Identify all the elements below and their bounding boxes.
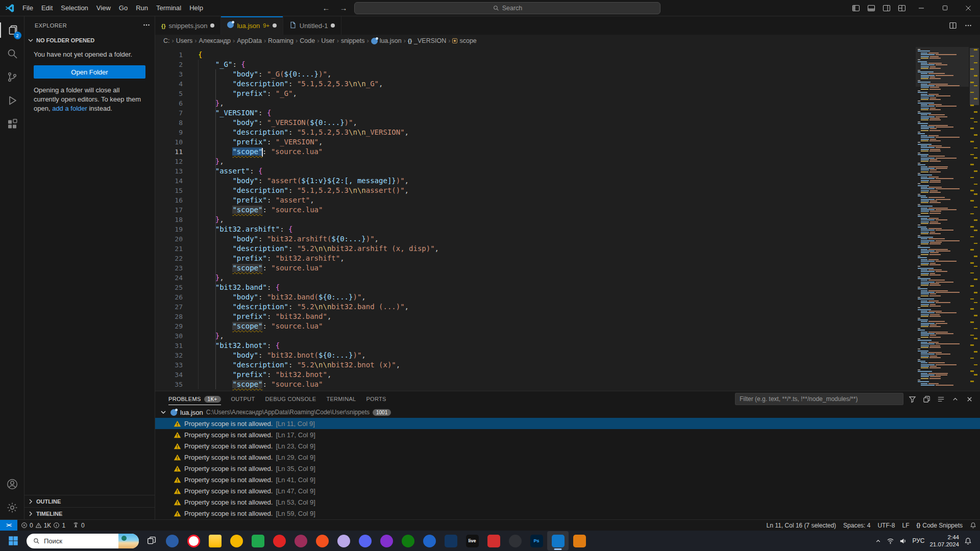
code-line[interactable]: "body": "_G(${0:...})",: [198, 69, 916, 79]
code-line[interactable]: "body": "bit32.band(${0:...})",: [198, 292, 916, 302]
problem-row[interactable]: Property scope is not allowed.[Ln 17, Co…: [155, 429, 980, 440]
line-number[interactable]: 14: [155, 176, 190, 186]
breadcrumb-item[interactable]: AppData: [237, 37, 262, 44]
app-blue[interactable]: [419, 531, 440, 550]
activity-explorer[interactable]: 2: [0, 18, 24, 42]
app-xbox[interactable]: [397, 531, 419, 550]
volume-icon[interactable]: [899, 537, 907, 545]
breadcrumb-item[interactable]: {}_VERSION: [408, 37, 446, 44]
language-mode[interactable]: {} Code Snippets: [913, 520, 966, 531]
code-line[interactable]: "bit32.bnot": {: [198, 341, 916, 350]
menu-terminal[interactable]: Terminal: [152, 3, 185, 13]
line-number[interactable]: 23: [155, 263, 190, 273]
cursor-position[interactable]: Ln 11, Col 16 (7 selected): [763, 520, 840, 531]
dirty-indicator[interactable]: [273, 23, 277, 28]
line-number[interactable]: 28: [155, 312, 190, 321]
problem-row[interactable]: Property scope is not allowed.[Ln 47, Co…: [155, 485, 980, 496]
app-photoshop[interactable]: Ps: [526, 531, 547, 550]
code-line[interactable]: "assert": {: [198, 166, 916, 176]
problem-row[interactable]: Property scope is not allowed.[Ln 41, Co…: [155, 474, 980, 485]
section-no-folder-opened[interactable]: NO FOLDER OPENED: [24, 35, 155, 46]
code-line[interactable]: "body": "bit32.arshift(${0:...})",: [198, 234, 916, 244]
dirty-indicator[interactable]: [331, 23, 335, 28]
line-number[interactable]: 27: [155, 302, 190, 312]
line-number[interactable]: 20: [155, 234, 190, 244]
code-line[interactable]: "scope": "source.lua": [198, 321, 916, 331]
line-number[interactable]: 7: [155, 108, 190, 118]
tab-untitled-1[interactable]: Untitled-1: [283, 16, 342, 35]
line-number[interactable]: 24: [155, 273, 190, 283]
panel-tab-problems[interactable]: PROBLEMS1K+: [163, 391, 226, 407]
activity-search[interactable]: [0, 42, 24, 65]
code-line[interactable]: "scope": "source.lua": [198, 380, 916, 389]
line-number[interactable]: 6: [155, 98, 190, 108]
app-lavender[interactable]: [333, 531, 354, 550]
activity-source-control[interactable]: [0, 65, 24, 89]
start-button[interactable]: [3, 532, 23, 550]
toggle-secondary-sidebar-icon[interactable]: [879, 1, 894, 16]
open-folder-button[interactable]: Open Folder: [34, 65, 145, 79]
code-line[interactable]: "_VERSION": {: [198, 108, 916, 118]
code-line[interactable]: "prefix": "assert",: [198, 195, 916, 205]
code-area[interactable]: { "_G": { "body": "_G(${0:...})", "descr…: [190, 47, 916, 389]
app-opera[interactable]: [183, 531, 204, 550]
notifications-bell[interactable]: [966, 520, 980, 531]
app-orange-flame[interactable]: [311, 531, 333, 550]
problem-row[interactable]: Property scope is not allowed.[Ln 59, Co…: [155, 508, 980, 519]
encoding[interactable]: UTF-8: [874, 520, 898, 531]
line-number[interactable]: 4: [155, 79, 190, 89]
line-number[interactable]: 8: [155, 118, 190, 128]
line-number[interactable]: 19: [155, 224, 190, 234]
breadcrumb-item[interactable]: snippets: [341, 37, 365, 44]
close-panel-icon[interactable]: [963, 392, 976, 406]
line-number[interactable]: 33: [155, 360, 190, 370]
problem-row[interactable]: Property scope is not allowed.[Ln 23, Co…: [155, 440, 980, 452]
taskbar-search[interactable]: Поиск: [27, 534, 139, 548]
line-number[interactable]: 31: [155, 341, 190, 350]
code-line[interactable]: "description": "5.2\n\nbit32.arshift (x,…: [198, 244, 916, 254]
eol-sequence[interactable]: LF: [898, 520, 913, 531]
app-yellow[interactable]: [226, 531, 247, 550]
toggle-panel-icon[interactable]: [864, 1, 879, 16]
app-discord[interactable]: [354, 531, 376, 550]
menu-selection[interactable]: Selection: [57, 3, 92, 13]
code-line[interactable]: "bit32.band": {: [198, 283, 916, 292]
indentation[interactable]: Spaces: 4: [840, 520, 874, 531]
code-line[interactable]: "prefix": "_VERSION",: [198, 137, 916, 147]
line-number[interactable]: 25: [155, 283, 190, 292]
line-number[interactable]: 15: [155, 186, 190, 195]
menu-run[interactable]: Run: [132, 3, 152, 13]
line-number[interactable]: 32: [155, 350, 190, 360]
breadcrumb-item[interactable]: C:: [163, 37, 170, 44]
notification-center[interactable]: [964, 537, 972, 545]
code-line[interactable]: "scope": "source.lua": [198, 263, 916, 273]
outline-section[interactable]: OUTLINE: [24, 495, 155, 507]
line-number[interactable]: 35: [155, 380, 190, 389]
code-line[interactable]: "description": "5.1,5.2,5.3\n\nassert()"…: [198, 186, 916, 195]
customize-layout-icon[interactable]: [894, 1, 910, 16]
maximize-button[interactable]: [933, 0, 957, 16]
line-number[interactable]: 26: [155, 292, 190, 302]
problems-status[interactable]: 0 1K 1: [17, 520, 69, 531]
line-number[interactable]: 18: [155, 215, 190, 224]
command-center-search[interactable]: Search: [354, 2, 660, 14]
tray-chevron-up-icon[interactable]: [875, 538, 881, 544]
problem-row[interactable]: Property scope is not allowed.[Ln 35, Co…: [155, 463, 980, 474]
breadcrumb-item[interactable]: User: [321, 37, 334, 44]
remote-indicator[interactable]: ><: [0, 520, 17, 531]
code-line[interactable]: "description": "5.1,5.2,5.3\n\n_G",: [198, 79, 916, 89]
problem-row[interactable]: Property scope is not allowed.[Ln 29, Co…: [155, 452, 980, 463]
code-line[interactable]: "bit32.arshift": {: [198, 224, 916, 234]
line-number[interactable]: 13: [155, 166, 190, 176]
line-number[interactable]: 9: [155, 128, 190, 137]
menu-help[interactable]: Help: [185, 3, 207, 13]
activity-account[interactable]: [0, 472, 24, 496]
code-line[interactable]: },: [198, 273, 916, 283]
code-line[interactable]: "scope": "source.lua": [198, 205, 916, 215]
wifi-icon[interactable]: [887, 537, 894, 545]
more-actions-icon[interactable]: [962, 19, 975, 32]
app-maroon[interactable]: [290, 531, 311, 550]
timeline-section[interactable]: TIMELINE: [24, 507, 155, 519]
problem-row[interactable]: Property scope is not allowed.[Ln 11, Co…: [155, 418, 980, 429]
app-red-circle[interactable]: [268, 531, 290, 550]
